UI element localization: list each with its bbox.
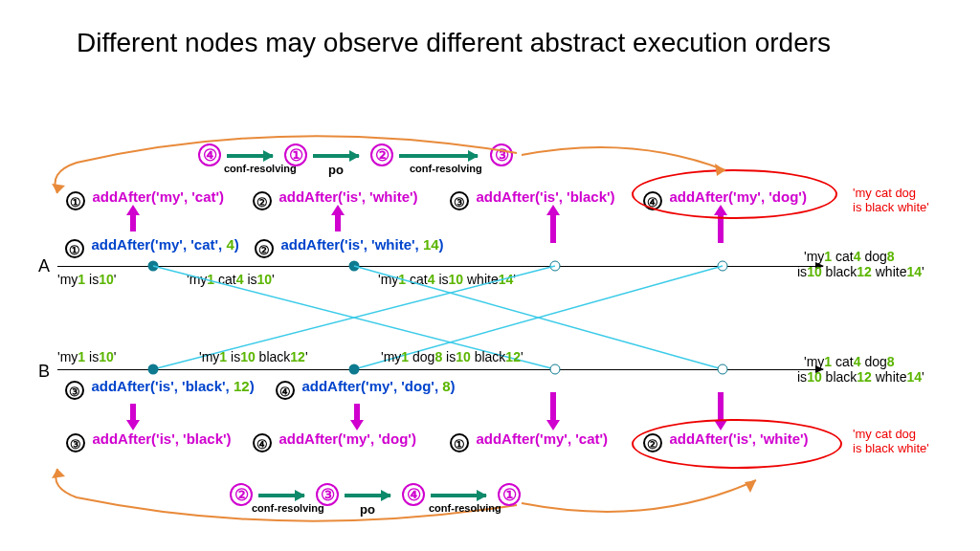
dn1	[130, 404, 136, 421]
order-bot-1: ①	[498, 483, 521, 506]
row-B-label: B	[38, 362, 50, 382]
bot-call-3: ③ addAfter('is', 'black')	[66, 430, 232, 452]
bot-call-1: ① addAfter('my', 'cat')	[450, 430, 608, 452]
arrow-top-23	[399, 154, 478, 158]
B-s2: 'my1 dog8 is10 black12'	[381, 349, 523, 364]
order-bot-4: ④	[402, 483, 425, 506]
arrow-top-41	[227, 154, 273, 158]
order-bot-3: ③	[316, 483, 339, 506]
A-s1: 'my1 cat4 is10'	[187, 272, 275, 287]
up2	[335, 214, 341, 231]
A-send2: is10 black12 white14'	[797, 264, 924, 279]
top-call-3: ③ addAfter('is', 'black')	[450, 188, 615, 210]
svg-marker-5	[52, 469, 65, 478]
edge-po-bot: po	[360, 502, 375, 517]
order-top-3: ③	[490, 143, 513, 166]
edge-conf-b1: conf-resolving	[252, 502, 324, 514]
A-s2: 'my1 cat4 is10 white14'	[378, 272, 516, 287]
dn3	[550, 392, 556, 421]
arrow-bot-41	[431, 494, 486, 497]
B-s0: 'my1 is10'	[57, 349, 116, 364]
B-dot4	[718, 364, 728, 375]
B-s1: 'my1 is10 black12'	[199, 349, 308, 364]
B-op4: ④ addAfter('my', 'dog', 8)	[276, 378, 456, 400]
order-top-1: ①	[284, 143, 307, 166]
up1	[130, 214, 136, 231]
A-op2: ② addAfter('is', 'white', 14)	[255, 236, 444, 258]
A-dot4	[718, 261, 728, 272]
B-op3: ③ addAfter('is', 'black', 12)	[65, 378, 255, 400]
B-axis	[57, 369, 823, 370]
edge-conf-1: conf-resolving	[224, 163, 297, 174]
B-dot1	[148, 364, 159, 375]
dn4	[718, 392, 724, 421]
result-top: 'my cat dog is black white'	[853, 187, 929, 215]
A-send1: 'my1 cat4 dog8	[804, 249, 895, 264]
bot-call-4: ④ addAfter('my', 'dog')	[253, 430, 416, 452]
B-dot3	[550, 364, 561, 375]
up3	[550, 214, 556, 243]
order-bot-2: ②	[230, 483, 253, 506]
B-dot2	[349, 364, 360, 375]
order-top-4: ④	[198, 143, 221, 166]
top-call-1: ① addAfter('my', 'cat')	[66, 188, 224, 210]
A-axis	[57, 266, 823, 267]
arrow-top-12	[313, 154, 359, 158]
A-op1: ① addAfter('my', 'cat', 4)	[65, 236, 239, 258]
row-A-label: A	[38, 256, 50, 276]
A-dot2	[349, 261, 360, 272]
A-dot1	[148, 261, 159, 272]
svg-marker-4	[52, 184, 65, 193]
page-title: Different nodes may observe different ab…	[77, 27, 842, 59]
dn2	[354, 404, 360, 421]
edge-conf-2: conf-resolving	[410, 163, 482, 174]
svg-marker-7	[745, 480, 756, 493]
edge-conf-b2: conf-resolving	[429, 502, 501, 514]
arrow-bot-23	[258, 494, 304, 497]
result-bot: 'my cat dog is black white'	[853, 428, 929, 456]
order-top-2: ②	[370, 143, 393, 166]
red-ellipse-bot	[632, 419, 842, 469]
arrow-bot-34	[345, 494, 390, 497]
edge-po-top: po	[328, 163, 344, 177]
A-dot3	[550, 261, 561, 272]
A-s0: 'my1 is10'	[57, 272, 116, 287]
red-ellipse-top	[632, 169, 837, 219]
